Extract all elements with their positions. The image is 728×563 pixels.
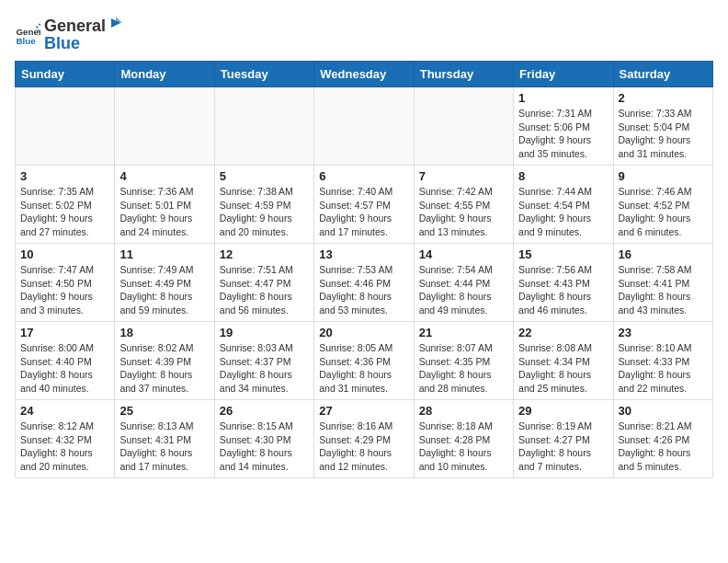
day-info: Sunrise: 7:44 AM Sunset: 4:54 PM Dayligh… <box>518 185 608 239</box>
day-number: 11 <box>119 247 209 261</box>
day-cell-22: 22Sunrise: 8:08 AM Sunset: 4:34 PM Dayli… <box>514 322 613 400</box>
day-info: Sunrise: 8:12 AM Sunset: 4:32 PM Dayligh… <box>20 419 109 474</box>
day-cell-9: 9Sunrise: 7:46 AM Sunset: 4:52 PM Daylig… <box>613 166 712 244</box>
day-number: 12 <box>220 247 309 261</box>
week-row-4: 17Sunrise: 8:00 AM Sunset: 4:40 PM Dayli… <box>16 322 713 400</box>
col-header-saturday: Saturday <box>613 62 712 87</box>
day-number: 20 <box>319 326 408 339</box>
day-number: 26 <box>220 404 309 418</box>
day-cell-4: 4Sunrise: 7:36 AM Sunset: 5:01 PM Daylig… <box>115 166 214 244</box>
day-number: 16 <box>619 247 708 261</box>
day-number: 5 <box>220 169 309 183</box>
day-info: Sunrise: 8:13 AM Sunset: 4:31 PM Dayligh… <box>119 419 209 474</box>
day-number: 28 <box>419 404 508 418</box>
day-cell-28: 28Sunrise: 8:18 AM Sunset: 4:28 PM Dayli… <box>414 400 513 478</box>
day-number: 22 <box>518 326 608 339</box>
day-number: 17 <box>20 326 109 339</box>
day-cell-14: 14Sunrise: 7:54 AM Sunset: 4:44 PM Dayli… <box>414 244 513 322</box>
header: General Blue General Blue <box>15 15 713 53</box>
day-info: Sunrise: 7:58 AM Sunset: 4:41 PM Dayligh… <box>619 263 708 317</box>
day-info: Sunrise: 7:33 AM Sunset: 5:04 PM Dayligh… <box>619 107 708 161</box>
empty-cell <box>214 87 313 166</box>
col-header-friday: Friday <box>514 62 613 87</box>
col-header-thursday: Thursday <box>414 62 513 87</box>
day-cell-25: 25Sunrise: 8:13 AM Sunset: 4:31 PM Dayli… <box>115 400 214 478</box>
day-cell-30: 30Sunrise: 8:21 AM Sunset: 4:26 PM Dayli… <box>613 400 712 478</box>
day-cell-11: 11Sunrise: 7:49 AM Sunset: 4:49 PM Dayli… <box>115 244 214 322</box>
day-number: 6 <box>319 169 408 183</box>
day-number: 1 <box>518 91 608 105</box>
day-number: 3 <box>20 169 109 183</box>
day-cell-8: 8Sunrise: 7:44 AM Sunset: 4:54 PM Daylig… <box>514 166 613 244</box>
day-number: 8 <box>518 169 608 183</box>
col-header-tuesday: Tuesday <box>214 62 313 87</box>
day-cell-16: 16Sunrise: 7:58 AM Sunset: 4:41 PM Dayli… <box>613 244 712 322</box>
day-cell-2: 2Sunrise: 7:33 AM Sunset: 5:04 PM Daylig… <box>613 87 712 166</box>
day-info: Sunrise: 8:18 AM Sunset: 4:28 PM Dayligh… <box>419 419 508 474</box>
day-number: 25 <box>119 404 209 418</box>
empty-cell <box>314 87 414 166</box>
day-cell-21: 21Sunrise: 8:07 AM Sunset: 4:35 PM Dayli… <box>414 322 513 400</box>
calendar: SundayMondayTuesdayWednesdayThursdayFrid… <box>15 61 713 478</box>
day-cell-19: 19Sunrise: 8:03 AM Sunset: 4:37 PM Dayli… <box>214 322 313 400</box>
logo-blue-text: Blue <box>44 34 124 53</box>
day-info: Sunrise: 7:46 AM Sunset: 4:52 PM Dayligh… <box>619 185 708 239</box>
day-number: 29 <box>518 404 608 418</box>
day-info: Sunrise: 8:10 AM Sunset: 4:33 PM Dayligh… <box>619 341 708 396</box>
day-info: Sunrise: 8:08 AM Sunset: 4:34 PM Dayligh… <box>518 341 608 396</box>
day-cell-26: 26Sunrise: 8:15 AM Sunset: 4:30 PM Dayli… <box>214 400 313 478</box>
day-cell-3: 3Sunrise: 7:35 AM Sunset: 5:02 PM Daylig… <box>16 166 115 244</box>
day-info: Sunrise: 8:21 AM Sunset: 4:26 PM Dayligh… <box>619 419 708 474</box>
day-info: Sunrise: 8:16 AM Sunset: 4:29 PM Dayligh… <box>319 419 408 474</box>
logo-icon: General Blue <box>15 21 40 47</box>
day-info: Sunrise: 7:35 AM Sunset: 5:02 PM Dayligh… <box>20 185 109 239</box>
day-number: 2 <box>619 91 708 105</box>
day-number: 14 <box>419 247 508 261</box>
day-info: Sunrise: 7:51 AM Sunset: 4:47 PM Dayligh… <box>220 263 309 317</box>
day-info: Sunrise: 8:15 AM Sunset: 4:30 PM Dayligh… <box>220 419 309 474</box>
day-info: Sunrise: 7:36 AM Sunset: 5:01 PM Dayligh… <box>119 185 209 239</box>
day-number: 4 <box>119 169 209 183</box>
day-cell-7: 7Sunrise: 7:42 AM Sunset: 4:55 PM Daylig… <box>414 166 513 244</box>
day-cell-5: 5Sunrise: 7:38 AM Sunset: 4:59 PM Daylig… <box>214 166 313 244</box>
empty-cell <box>16 87 115 166</box>
col-header-sunday: Sunday <box>16 62 115 87</box>
logo: General Blue General Blue <box>15 15 124 53</box>
svg-marker-5 <box>116 17 122 23</box>
day-cell-18: 18Sunrise: 8:02 AM Sunset: 4:39 PM Dayli… <box>115 322 214 400</box>
day-cell-23: 23Sunrise: 8:10 AM Sunset: 4:33 PM Dayli… <box>613 322 712 400</box>
day-info: Sunrise: 8:19 AM Sunset: 4:27 PM Dayligh… <box>518 419 608 474</box>
week-row-5: 24Sunrise: 8:12 AM Sunset: 4:32 PM Dayli… <box>16 400 713 478</box>
day-cell-6: 6Sunrise: 7:40 AM Sunset: 4:57 PM Daylig… <box>314 166 414 244</box>
day-cell-27: 27Sunrise: 8:16 AM Sunset: 4:29 PM Dayli… <box>314 400 414 478</box>
day-info: Sunrise: 7:56 AM Sunset: 4:43 PM Dayligh… <box>518 263 608 317</box>
col-header-wednesday: Wednesday <box>314 62 414 87</box>
calendar-header-row: SundayMondayTuesdayWednesdayThursdayFrid… <box>16 62 713 87</box>
day-number: 24 <box>20 404 109 418</box>
empty-cell <box>414 87 513 166</box>
day-number: 13 <box>319 247 408 261</box>
empty-cell <box>115 87 214 166</box>
day-info: Sunrise: 7:40 AM Sunset: 4:57 PM Dayligh… <box>319 185 408 239</box>
day-info: Sunrise: 7:31 AM Sunset: 5:06 PM Dayligh… <box>518 107 608 161</box>
logo-general-text: General <box>44 17 106 36</box>
week-row-1: 1Sunrise: 7:31 AM Sunset: 5:06 PM Daylig… <box>16 87 713 166</box>
week-row-2: 3Sunrise: 7:35 AM Sunset: 5:02 PM Daylig… <box>16 166 713 244</box>
day-number: 23 <box>619 326 708 339</box>
day-cell-15: 15Sunrise: 7:56 AM Sunset: 4:43 PM Dayli… <box>514 244 613 322</box>
day-cell-29: 29Sunrise: 8:19 AM Sunset: 4:27 PM Dayli… <box>514 400 613 478</box>
day-info: Sunrise: 7:38 AM Sunset: 4:59 PM Dayligh… <box>220 185 309 239</box>
day-number: 30 <box>619 404 708 418</box>
day-info: Sunrise: 8:05 AM Sunset: 4:36 PM Dayligh… <box>319 341 408 396</box>
day-number: 15 <box>518 247 608 261</box>
day-info: Sunrise: 7:54 AM Sunset: 4:44 PM Dayligh… <box>419 263 508 317</box>
day-cell-12: 12Sunrise: 7:51 AM Sunset: 4:47 PM Dayli… <box>214 244 313 322</box>
day-number: 19 <box>220 326 309 339</box>
day-cell-13: 13Sunrise: 7:53 AM Sunset: 4:46 PM Dayli… <box>314 244 414 322</box>
svg-marker-3 <box>38 24 40 27</box>
day-cell-17: 17Sunrise: 8:00 AM Sunset: 4:40 PM Dayli… <box>16 322 115 400</box>
day-cell-20: 20Sunrise: 8:05 AM Sunset: 4:36 PM Dayli… <box>314 322 414 400</box>
day-info: Sunrise: 7:53 AM Sunset: 4:46 PM Dayligh… <box>319 263 408 317</box>
day-info: Sunrise: 7:47 AM Sunset: 4:50 PM Dayligh… <box>20 263 109 317</box>
day-cell-1: 1Sunrise: 7:31 AM Sunset: 5:06 PM Daylig… <box>514 87 613 166</box>
